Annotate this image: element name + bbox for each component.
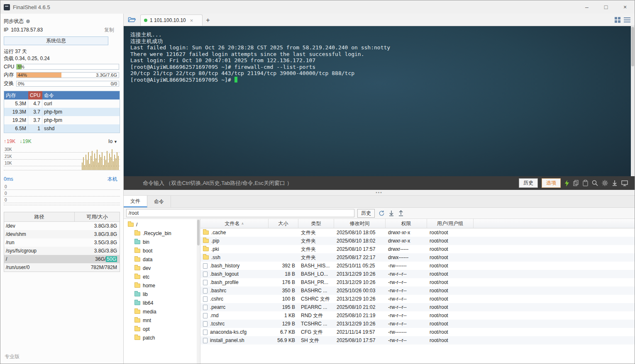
file-row[interactable]: anaconda-ks.cfg6.7 KBCFG 文件2021/11/14 19… [200, 328, 635, 336]
header-size[interactable]: 大小 [269, 219, 298, 228]
process-row[interactable]: 6.5M1sshd [4, 124, 120, 133]
file-row[interactable]: .ssh文件夹2025/08/17 22:17drwx------root/ro… [200, 253, 635, 262]
process-header-cpu[interactable]: CPU [28, 91, 42, 99]
lightning-icon[interactable] [564, 180, 569, 187]
new-tab-button[interactable]: + [203, 15, 213, 26]
options-button[interactable]: 选项 [542, 178, 561, 188]
disk-row[interactable]: /run3.5G/3.8G [4, 238, 120, 247]
load-text: 负载 0.34, 0.25, 0.24 [4, 55, 120, 62]
file-row[interactable]: .cache文件夹2025/08/10 18:05drwxr-xr-xroot/… [200, 228, 635, 237]
file-row[interactable]: .bash_logout18 BBASH_LO...2013/12/29 10:… [200, 270, 635, 278]
file-row[interactable]: .cshrc100 BCSHRC 文件2013/12/29 10:26-rw-r… [200, 295, 635, 303]
folder-icon [203, 247, 209, 251]
disk-row[interactable]: /sys/fs/cgroup3.8G/3.8G [4, 247, 120, 255]
tab-commands[interactable]: 命令 [147, 196, 171, 207]
net-bar [113, 161, 114, 170]
tree-item[interactable]: mnt [124, 316, 200, 325]
tree-item[interactable]: bin [124, 238, 200, 246]
disk-row[interactable]: /dev3.8G/3.8G [4, 222, 120, 230]
refresh-icon[interactable] [379, 210, 385, 216]
folder-open-icon[interactable] [124, 14, 140, 26]
net-bar [97, 150, 98, 170]
tree-item[interactable]: patch [124, 333, 200, 342]
tree-item[interactable]: media [124, 307, 200, 316]
disk-header-size[interactable]: 可用/大小 [75, 212, 120, 221]
disk-row[interactable]: /36G/50G [4, 255, 120, 263]
header-filename[interactable]: 文件名∧ [200, 219, 269, 228]
tree-item[interactable]: boot [124, 246, 200, 255]
path-history-button[interactable]: 历史 [357, 209, 375, 218]
file-row[interactable]: .tcshrc129 BTCSHRC ...2013/12/29 10:26-r… [200, 320, 635, 328]
tree-item[interactable]: home [124, 281, 200, 290]
tree-item[interactable]: etc [124, 272, 200, 281]
path-input[interactable]: /root [126, 209, 354, 217]
minimize-button[interactable]: – [577, 0, 596, 14]
tree-item[interactable]: lib [124, 290, 200, 298]
tree-item[interactable]: dev [124, 264, 200, 272]
process-header-cmd[interactable]: 命令 [42, 91, 120, 99]
net-bar [88, 152, 89, 170]
folder-icon [203, 231, 209, 235]
download-icon[interactable] [612, 180, 618, 186]
net-bar [98, 163, 99, 170]
header-owner[interactable]: 用户/用户组 [427, 219, 474, 228]
pathbar: /root 历史 [124, 208, 635, 219]
tab-files[interactable]: 文件 [124, 196, 147, 207]
grid-view-icon[interactable] [614, 17, 620, 23]
status-dot-icon [26, 19, 30, 23]
session-tabbar: 1 101.100.10.10 × + [124, 14, 635, 26]
tree-item[interactable]: data [124, 255, 200, 264]
file-row[interactable]: .pki文件夹2025/08/10 17:57drwxr-----root/ro… [200, 245, 635, 253]
header-perm[interactable]: 权限 [386, 219, 427, 228]
download-transfer-icon[interactable] [388, 210, 394, 216]
maximize-button[interactable]: □ [596, 0, 615, 14]
net-bar [82, 163, 83, 170]
terminal-line: 连接主机... [130, 32, 628, 38]
search-icon[interactable] [592, 180, 598, 186]
file-row[interactable]: .bashrc350 BBASHRC ...2025/10/26 00:03-r… [200, 286, 635, 295]
tree-item-root[interactable]: / [124, 220, 200, 229]
io-selector[interactable]: Io▼ [108, 138, 117, 144]
tree-item[interactable]: lib64 [124, 298, 200, 307]
terminal-line: Last login: Fri Oct 10 20:47:01 2025 fro… [130, 57, 628, 64]
disk-row[interactable]: /run/user/0782M/782M [4, 263, 120, 272]
disk-header-path[interactable]: 路径 [4, 212, 75, 221]
session-tab[interactable]: 1 101.100.10.10 × [140, 15, 203, 26]
disk-row[interactable]: /dev/shm3.8G/3.8G [4, 230, 120, 238]
file-row[interactable]: .pearrc195 BPEARRC ...2025/08/10 21:02-r… [200, 303, 635, 311]
file-row[interactable]: .rnd1 KBRND 文件2025/08/10 21:19-rw-r--r--… [200, 311, 635, 320]
process-header-mem[interactable]: 内存 [4, 91, 28, 99]
copy-icon[interactable] [573, 180, 579, 186]
process-row[interactable]: 19.3M3.7php-fpm [4, 108, 120, 116]
paste-icon[interactable] [583, 180, 588, 186]
folder-icon [134, 240, 140, 244]
terminal[interactable]: 连接主机...连接主机成功Last failed login: Sun Oct … [124, 26, 635, 176]
tree-scrollbar[interactable] [197, 219, 200, 364]
tab-close-icon[interactable]: × [190, 17, 193, 24]
history-button[interactable]: 历史 [519, 178, 538, 188]
tree-item[interactable]: opt [124, 325, 200, 333]
process-row[interactable]: 19.2M3.7php-fpm [4, 116, 120, 124]
net-bar [99, 155, 100, 170]
terminal-scrollbar[interactable] [631, 26, 635, 176]
file-row[interactable]: .pip文件夹2025/08/10 18:02drwxr-xr-xroot/ro… [200, 237, 635, 245]
gear-icon[interactable] [602, 180, 608, 186]
menu-icon[interactable] [624, 17, 630, 22]
upload-transfer-icon[interactable] [398, 210, 404, 216]
header-type[interactable]: 类型 [298, 219, 334, 228]
copy-button[interactable]: 复制 [104, 27, 114, 34]
file-row[interactable]: .bash_history392 BBASH_HIS...2025/10/11 … [200, 262, 635, 270]
header-mtime[interactable]: 修改时间 [334, 219, 386, 228]
file-row[interactable]: .bash_profile176 BBASH_PR...2013/12/29 1… [200, 278, 635, 286]
terminal-line: There were 121627 failed login attempts … [130, 51, 628, 58]
close-button[interactable]: × [615, 0, 635, 14]
command-input-hint[interactable]: 命令输入 （双击Ctrl切换,Alt历史,Tab路径/命令,Esc关闭窗口 ） [143, 180, 292, 187]
monitor-icon[interactable] [621, 180, 628, 186]
splitter-handle[interactable]: ••• [124, 190, 635, 196]
folder-icon [134, 318, 140, 323]
process-row[interactable]: 5.3M4.7curl [4, 99, 120, 108]
tree-item[interactable]: .Recycle_bin [124, 229, 200, 238]
ping-host[interactable]: 本机 [107, 176, 117, 183]
system-info-button[interactable]: 系统信息 [4, 36, 108, 45]
file-row[interactable]: install_panel.sh56.9 KBSH 文件2025/08/10 1… [200, 336, 635, 345]
